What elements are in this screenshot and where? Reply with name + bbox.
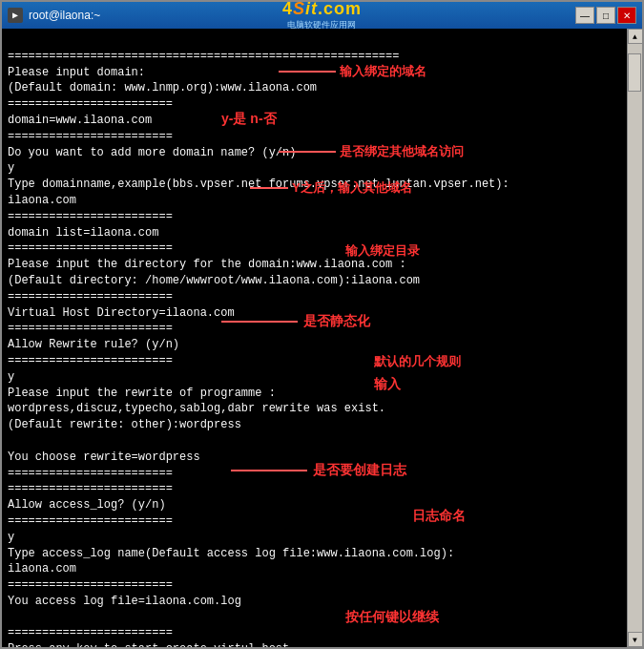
title-controls: — □ ✕: [575, 7, 636, 24]
scroll-down-button[interactable]: ▼: [628, 632, 643, 647]
scroll-track[interactable]: [628, 44, 642, 632]
close-button[interactable]: ✕: [617, 7, 636, 24]
main-content: ========================================…: [2, 29, 642, 647]
minimize-button[interactable]: —: [575, 7, 594, 24]
window: ▶ root@ilaona:~ 4Sit.com 电脑软硬件应用网 — □ ✕ …: [0, 0, 644, 649]
window-title: root@ilaona:~: [29, 9, 100, 22]
scrollbar[interactable]: ▲ ▼: [627, 29, 642, 647]
terminal[interactable]: ========================================…: [2, 29, 627, 647]
terminal-icon: ▶: [8, 8, 23, 23]
scroll-thumb[interactable]: [628, 53, 641, 92]
maximize-button[interactable]: □: [596, 7, 615, 24]
title-bar-left: ▶ root@ilaona:~: [8, 8, 100, 23]
terminal-content: ========================================…: [8, 32, 621, 647]
logo: 4Sit.com 电脑软硬件应用网: [282, 0, 362, 31]
scroll-up-button[interactable]: ▲: [628, 29, 643, 44]
title-bar: ▶ root@ilaona:~ 4Sit.com 电脑软硬件应用网 — □ ✕: [2, 2, 642, 29]
logo-main: 4Sit.com: [282, 0, 362, 19]
terminal-wrapper: ========================================…: [2, 29, 642, 647]
